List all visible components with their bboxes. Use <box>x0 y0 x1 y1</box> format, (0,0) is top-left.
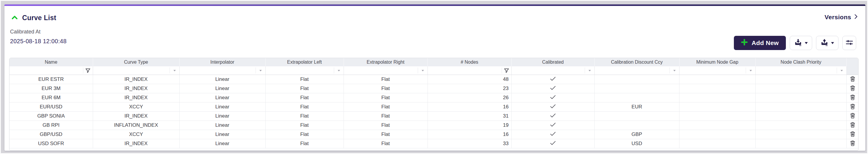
cell-calibration_discount_ccy <box>594 75 679 84</box>
cell-name: EUR/USD <box>9 102 93 112</box>
column-header-name[interactable]: Name <box>9 58 93 66</box>
cell-name: GBP/USD <box>9 130 93 139</box>
column-header-nodes[interactable]: # Nodes <box>428 58 512 66</box>
check-icon <box>550 76 556 82</box>
column-header-minimum_node_gap[interactable]: Minimum Node Gap <box>679 58 755 66</box>
check-icon <box>550 122 556 128</box>
check-icon <box>550 113 556 119</box>
delete-row-button[interactable] <box>849 75 856 83</box>
filter-input-extrapolator_right[interactable] <box>344 67 421 74</box>
delete-row-button[interactable] <box>849 121 856 129</box>
filter-input-interpolator[interactable] <box>180 67 259 74</box>
filter-input-calibration_discount_ccy[interactable] <box>595 67 673 74</box>
chevron-up-icon[interactable] <box>11 16 18 21</box>
table-row[interactable]: EUR 6MIR_INDEXLinearFlatFlat26 <box>9 93 859 102</box>
filter-cell-extrapolator_left[interactable] <box>265 66 344 75</box>
column-header-extrapolator_left[interactable]: Extrapolator Left <box>265 58 344 66</box>
caret-down-icon <box>831 42 834 44</box>
table-row[interactable]: EUR/USDXCCYLinearFlatFlat16EUR <box>9 102 859 112</box>
filter-input-calibrated[interactable] <box>512 67 588 74</box>
cell-curve_type: INFLATION_INDEX <box>93 121 179 130</box>
versions-link[interactable]: Versions <box>825 14 858 21</box>
trash-icon <box>850 112 855 120</box>
cell-node_clash_priority <box>755 93 846 102</box>
cell-calibration_discount_ccy: GBP <box>594 130 679 139</box>
filter-cell-minimum_node_gap[interactable] <box>679 66 755 75</box>
caret-down-icon[interactable] <box>255 68 265 73</box>
cell-curve_type: IR_INDEX <box>93 84 179 93</box>
filter-input-node_clash_priority[interactable] <box>756 67 840 74</box>
filter-cell-nodes[interactable] <box>428 66 512 75</box>
caret-down-icon[interactable] <box>670 68 679 73</box>
filter-input-extrapolator_left[interactable] <box>266 67 337 74</box>
filter-cell-calibrated[interactable] <box>512 66 594 75</box>
cell-nodes: 31 <box>428 112 512 121</box>
filter-input-nodes[interactable] <box>428 67 505 74</box>
column-header-extrapolator_right[interactable]: Extrapolator Right <box>344 58 428 66</box>
filter-cell-extrapolator_right[interactable] <box>344 66 428 75</box>
column-header-actions <box>846 58 859 66</box>
cell-interpolator: Linear <box>179 121 265 130</box>
cell-interpolator: Linear <box>179 139 265 148</box>
add-new-button[interactable]: Add New <box>734 36 786 50</box>
filter-input-curve_type[interactable] <box>94 67 173 74</box>
cell-extrapolator_right: Flat <box>344 112 428 121</box>
filter-input-minimum_node_gap[interactable] <box>680 67 749 74</box>
cell-calibrated <box>512 93 594 102</box>
caret-down-icon[interactable] <box>418 68 428 73</box>
funnel-filter-icon[interactable] <box>502 68 512 73</box>
filter-cell-calibration_discount_ccy[interactable] <box>594 66 679 75</box>
table-row[interactable]: GBP SONIAIR_INDEXLinearFlatFlat31 <box>9 112 859 121</box>
filter-cell-interpolator[interactable] <box>179 66 265 75</box>
table-row[interactable]: GB RPIINFLATION_INDEXLinearFlatFlat19 <box>9 121 859 130</box>
cell-minimum_node_gap <box>679 84 755 93</box>
filter-cell-name[interactable] <box>9 66 93 75</box>
versions-label: Versions <box>825 14 851 21</box>
caret-down-icon[interactable] <box>334 68 344 73</box>
column-header-calibration_discount_ccy[interactable]: Calibration Discount Ccy <box>594 58 679 66</box>
filter-input-name[interactable] <box>10 67 86 74</box>
export-download-button[interactable] <box>790 36 812 50</box>
check-icon <box>550 131 556 137</box>
table-row[interactable]: EUR 3MIR_INDEXLinearFlatFlat23 <box>9 84 859 93</box>
download-icon <box>794 38 802 47</box>
cell-name: GBP SONIA <box>9 112 93 121</box>
caret-down-icon[interactable] <box>746 68 755 73</box>
import-upload-button[interactable] <box>816 36 838 50</box>
delete-row-button[interactable] <box>849 84 856 93</box>
delete-row-button[interactable] <box>849 130 856 138</box>
column-header-interpolator[interactable]: Interpolator <box>179 58 265 66</box>
cell-extrapolator_left: Flat <box>265 93 344 102</box>
column-header-curve_type[interactable]: Curve Type <box>93 58 179 66</box>
table-row[interactable]: GBP/USDXCCYLinearFlatFlat16GBP <box>9 130 859 139</box>
cell-extrapolator_right: Flat <box>344 84 428 93</box>
table-row[interactable]: USD SOFRIR_INDEXLinearFlatFlat33USD <box>9 139 859 148</box>
filter-cell-actions <box>846 66 859 75</box>
funnel-filter-icon[interactable] <box>83 68 93 73</box>
column-header-calibrated[interactable]: Calibrated <box>512 58 594 66</box>
cell-nodes: 26 <box>428 93 512 102</box>
check-icon <box>550 141 556 146</box>
table-bottom-gutter <box>9 148 858 150</box>
cell-curve_type: XCCY <box>93 102 179 112</box>
section-collapse-header[interactable]: Curve List <box>11 14 56 22</box>
calibrated-at-value: 2025-08-18 12:00:48 <box>10 38 66 45</box>
column-settings-button[interactable] <box>842 36 856 50</box>
delete-row-button[interactable] <box>849 103 856 111</box>
caret-down-icon[interactable] <box>169 68 179 73</box>
delete-row-button[interactable] <box>849 94 856 102</box>
filter-cell-curve_type[interactable] <box>93 66 179 75</box>
caret-down-icon[interactable] <box>837 68 846 73</box>
cell-calibrated <box>512 121 594 130</box>
caret-down-icon[interactable] <box>585 68 594 73</box>
table-filter-row <box>9 66 859 75</box>
cell-calibration_discount_ccy <box>594 93 679 102</box>
filter-cell-node_clash_priority[interactable] <box>755 66 846 75</box>
column-header-node_clash_priority[interactable]: Node Clash Priority <box>755 58 846 66</box>
delete-row-button[interactable] <box>849 112 856 120</box>
delete-row-button[interactable] <box>849 139 856 148</box>
cell-calibration_discount_ccy: EUR <box>594 102 679 112</box>
cell-minimum_node_gap <box>679 102 755 112</box>
calibrated-at-label: Calibrated At <box>10 29 66 35</box>
table-row[interactable]: EUR ESTRIR_INDEXLinearFlatFlat48 <box>9 75 859 84</box>
